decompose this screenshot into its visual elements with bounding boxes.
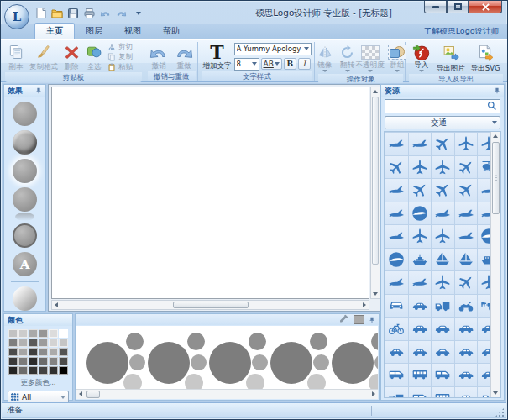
font-size-select[interactable]: 8 bbox=[234, 58, 259, 71]
pin-icon[interactable] bbox=[369, 317, 375, 323]
resource-plane-side[interactable] bbox=[432, 202, 454, 225]
import-button[interactable]: 导入 bbox=[411, 42, 432, 73]
learn-about-link[interactable]: 了解硕思Logo设计师 bbox=[424, 26, 499, 37]
color-swatch[interactable] bbox=[8, 339, 18, 347]
resource-car-side[interactable] bbox=[478, 318, 490, 340]
color-swatch[interactable] bbox=[29, 339, 38, 347]
resource-plane-top[interactable] bbox=[432, 156, 454, 179]
resource-plane-circle[interactable] bbox=[478, 225, 490, 248]
resource-plane-side[interactable] bbox=[455, 225, 478, 248]
char-style-button[interactable]: AB bbox=[261, 58, 282, 70]
resource-bus[interactable] bbox=[432, 387, 454, 398]
import-dropdown-icon[interactable] bbox=[419, 70, 424, 72]
resource-motorcycle[interactable] bbox=[455, 295, 478, 318]
color-swatch[interactable] bbox=[49, 357, 58, 365]
color-swatch[interactable] bbox=[29, 348, 38, 356]
color-swatch[interactable] bbox=[18, 339, 28, 347]
resource-plane-side[interactable] bbox=[385, 202, 408, 225]
color-swatch[interactable] bbox=[49, 329, 58, 338]
color-swatch[interactable] bbox=[49, 339, 58, 347]
bold-button[interactable]: B bbox=[284, 58, 296, 70]
resource-plane-side[interactable] bbox=[385, 271, 408, 294]
resource-plane-top[interactable] bbox=[478, 133, 490, 155]
resource-plane-side[interactable] bbox=[385, 133, 408, 155]
effect-gradient[interactable] bbox=[13, 286, 37, 311]
tab-layers[interactable]: 图层 bbox=[75, 24, 113, 39]
resource-car-side[interactable] bbox=[432, 318, 454, 340]
resource-car-side[interactable] bbox=[478, 341, 490, 364]
font-family-select[interactable]: A Yummy Apology bbox=[234, 43, 312, 55]
customize-toolbar-icon[interactable] bbox=[130, 7, 144, 19]
resource-category-select[interactable]: 交通 bbox=[385, 116, 500, 129]
scroll-down-icon[interactable] bbox=[371, 290, 380, 298]
color-filter-select[interactable]: All bbox=[8, 391, 69, 403]
effect-glow[interactable] bbox=[13, 159, 37, 183]
color-swatch[interactable] bbox=[18, 329, 28, 338]
resource-car-front[interactable] bbox=[385, 295, 408, 318]
color-swatch[interactable] bbox=[59, 339, 68, 347]
search-icon[interactable] bbox=[487, 98, 497, 114]
resources-scrollbar[interactable] bbox=[490, 132, 500, 397]
copy-format-button[interactable]: 复制格式 bbox=[28, 42, 60, 71]
color-swatch[interactable] bbox=[39, 339, 48, 347]
color-scheme-item[interactable] bbox=[270, 333, 322, 389]
resource-plane-top[interactable] bbox=[409, 225, 432, 248]
color-swatch[interactable] bbox=[39, 366, 48, 375]
scroll-left-icon[interactable] bbox=[76, 390, 85, 398]
resource-car-side[interactable] bbox=[385, 341, 408, 364]
color-swatch[interactable] bbox=[59, 357, 68, 365]
group-dropdown-icon[interactable] bbox=[395, 70, 400, 72]
resource-plane-top[interactable] bbox=[478, 271, 490, 294]
resize-grip[interactable] bbox=[495, 407, 505, 417]
duplicate-button[interactable]: 副本 bbox=[5, 42, 27, 71]
resource-plane-diag[interactable] bbox=[455, 271, 478, 294]
color-swatch[interactable] bbox=[8, 348, 18, 356]
resource-wagon[interactable] bbox=[455, 387, 478, 398]
color-swatch[interactable] bbox=[8, 366, 18, 375]
scroll-up-icon[interactable] bbox=[491, 132, 500, 140]
resource-plane-side[interactable] bbox=[478, 179, 490, 202]
color-swatch[interactable] bbox=[8, 329, 18, 338]
new-document-icon[interactable] bbox=[34, 7, 48, 19]
canvas-vscroll-thumb[interactable] bbox=[372, 97, 379, 265]
scroll-left-icon[interactable] bbox=[52, 301, 60, 309]
resource-search-input[interactable] bbox=[388, 102, 487, 112]
resource-plane-diag[interactable] bbox=[409, 179, 432, 202]
color-swatch[interactable] bbox=[39, 348, 48, 356]
design-canvas[interactable] bbox=[51, 87, 369, 299]
minimize-button[interactable] bbox=[424, 1, 447, 13]
color-swatch[interactable] bbox=[59, 329, 68, 338]
resource-van[interactable] bbox=[409, 387, 432, 398]
redo-icon[interactable] bbox=[114, 7, 128, 19]
color-swatch[interactable] bbox=[49, 348, 58, 356]
color-swatch[interactable] bbox=[18, 357, 28, 365]
print-icon[interactable] bbox=[82, 7, 96, 19]
color-scheme-item[interactable] bbox=[332, 333, 378, 389]
more-colors-link[interactable]: 更多颜色... bbox=[4, 378, 72, 388]
export-image-button[interactable]: 导出图片 bbox=[435, 42, 467, 73]
color-swatch[interactable] bbox=[39, 329, 48, 338]
resource-car-skid[interactable] bbox=[478, 364, 490, 386]
resource-plane-diag[interactable] bbox=[455, 156, 478, 179]
undo-icon[interactable] bbox=[98, 7, 112, 19]
canvas-horizontal-scrollbar[interactable] bbox=[51, 300, 369, 310]
resource-plane-top[interactable] bbox=[409, 156, 432, 179]
select-all-button[interactable]: 全选 bbox=[83, 42, 105, 71]
open-folder-icon[interactable] bbox=[50, 7, 64, 19]
schemes-scrollbar[interactable] bbox=[76, 389, 378, 399]
color-swatch[interactable] bbox=[18, 348, 28, 356]
resource-helicopter[interactable] bbox=[478, 156, 490, 179]
resource-limousine[interactable] bbox=[385, 364, 408, 386]
resource-plane-side[interactable] bbox=[409, 133, 432, 155]
effect-bevel[interactable] bbox=[13, 130, 37, 155]
paste-button[interactable]: 粘贴 bbox=[107, 62, 133, 71]
scroll-up-icon[interactable] bbox=[371, 87, 380, 96]
resource-plane-side[interactable] bbox=[478, 202, 490, 225]
cut-button[interactable]: 剪切 bbox=[107, 42, 133, 51]
resource-plane-diag[interactable] bbox=[385, 156, 408, 179]
resource-plane-top[interactable] bbox=[432, 225, 454, 248]
opacity-dropdown-icon[interactable] bbox=[368, 70, 373, 72]
color-swatch[interactable] bbox=[39, 357, 48, 365]
resource-pickup[interactable] bbox=[478, 387, 490, 398]
color-scheme-item[interactable] bbox=[209, 333, 261, 389]
